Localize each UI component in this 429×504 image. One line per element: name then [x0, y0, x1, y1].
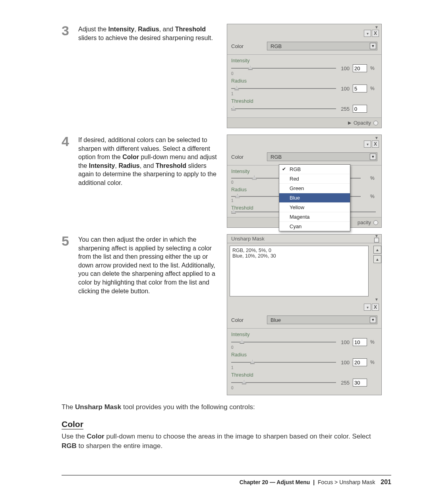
threshold-slider[interactable]	[231, 108, 336, 109]
color-menu-item[interactable]: Magenta	[279, 212, 350, 222]
step-4-text: If desired, additional colors can be sel…	[78, 135, 220, 187]
slider-max: 100	[341, 86, 350, 92]
slider-min: 1	[231, 92, 234, 96]
chevron-down-icon: ▼	[370, 154, 376, 160]
t: The	[62, 403, 75, 411]
color-menu-item[interactable]: Cyan	[279, 222, 350, 231]
footer-chapter: Chapter 20 — Adjust Menu	[240, 479, 310, 485]
intro-text: The Unsharp Mask tool provides you with …	[62, 402, 391, 412]
t: , and	[159, 26, 175, 33]
color-dropdown[interactable]: Blue ▼	[267, 315, 377, 324]
radius-input[interactable]	[353, 358, 367, 366]
slider-min: 1	[231, 365, 234, 370]
move-up-button[interactable]: ▲	[373, 246, 381, 254]
threshold-label: Threshold	[231, 372, 377, 378]
dropdown-icon[interactable]: ▾	[364, 30, 371, 37]
color-label: Color	[231, 154, 263, 160]
close-icon[interactable]: X	[372, 30, 379, 37]
color-menu-item[interactable]: Blue	[279, 193, 350, 203]
radius-slider[interactable]	[231, 88, 336, 89]
delete-icon[interactable]: X	[372, 304, 379, 311]
color-menu-item[interactable]: Red	[279, 174, 350, 184]
color-dropdown[interactable]: RGB ▼	[267, 42, 377, 50]
step-number: 5	[62, 234, 78, 248]
panel-unsharp-mask: Unsharp Mask ▼ RGB, 20%, 5%, 0Blue, 10%,…	[227, 234, 382, 395]
collapse-arrow-icon: ▼	[374, 136, 379, 140]
color-menu-item[interactable]: Yellow	[279, 203, 350, 212]
color-dropdown[interactable]: RGB ▼	[267, 152, 377, 161]
intensity-slider[interactable]	[231, 68, 336, 69]
t: Use the	[62, 433, 87, 440]
list-item[interactable]: Blue, 10%, 20%, 30	[232, 253, 366, 259]
slider-max: 100	[341, 360, 350, 365]
checkbox-icon[interactable]	[374, 238, 379, 242]
footer-page-number: 201	[377, 479, 391, 485]
radius-label: Radius	[231, 352, 377, 358]
t: Intensity	[108, 26, 135, 33]
color-label: Color	[231, 43, 263, 49]
move-down-button[interactable]: ▲	[373, 255, 381, 263]
intensity-input[interactable]	[353, 64, 367, 72]
intensity-label: Intensity	[231, 332, 377, 337]
radius-input[interactable]	[353, 85, 367, 92]
opacity-radio[interactable]	[373, 220, 378, 225]
section-body-color: Use the Color pull-down menu to choose t…	[62, 432, 379, 451]
t: Radius	[138, 26, 159, 33]
dropdown-icon[interactable]: ▾	[364, 304, 371, 311]
chevron-down-icon[interactable]: ▼	[374, 234, 379, 238]
t: Adjust the	[78, 26, 108, 33]
dropdown-icon[interactable]: ▾	[364, 140, 371, 148]
slider-max: 255	[341, 106, 350, 112]
color-dropdown-value: RGB	[271, 154, 282, 160]
color-menu-item[interactable]: RGB	[279, 165, 350, 174]
t: tool provides you with the following con…	[121, 403, 255, 411]
unit: %	[370, 86, 377, 91]
list-item[interactable]: RGB, 20%, 5%, 0	[232, 248, 366, 253]
t: ,	[134, 26, 138, 33]
threshold-input[interactable]	[353, 105, 367, 113]
radius-slider[interactable]	[231, 362, 336, 363]
t: Color	[122, 154, 139, 160]
unit: %	[370, 360, 377, 365]
intensity-input[interactable]	[353, 338, 367, 346]
sharpen-list[interactable]: RGB, 20%, 5%, 0Blue, 10%, 20%, 30	[230, 246, 369, 296]
t: RGB	[62, 442, 77, 450]
step-5-text: You can then adjust the order in which t…	[78, 234, 220, 295]
unit: %	[370, 194, 377, 199]
slider-max: 255	[341, 380, 350, 386]
color-menu-item[interactable]: Green	[279, 184, 350, 193]
t: Threshold	[156, 162, 186, 169]
intensity-slider[interactable]	[231, 342, 336, 342]
footer-separator: |	[311, 479, 316, 485]
t: Unsharp Mask	[75, 403, 121, 411]
slider-max: 100	[341, 65, 350, 71]
slider-min: 0	[231, 71, 234, 76]
footer-breadcrumb: Focus > Unsharp Mask	[318, 479, 375, 485]
step-number: 3	[62, 24, 78, 37]
threshold-input[interactable]	[353, 379, 367, 387]
t: , and	[140, 162, 156, 169]
step-number: 4	[62, 135, 78, 148]
slider-max	[365, 193, 367, 199]
color-dropdown-value: RGB	[271, 43, 282, 49]
t: to sharpen the entire image.	[77, 442, 162, 450]
opacity-radio[interactable]	[373, 121, 378, 125]
chevron-down-icon: ▼	[370, 43, 376, 49]
color-dropdown-value: Blue	[271, 317, 281, 323]
slider-max	[365, 175, 367, 181]
unit: %	[370, 175, 377, 181]
close-icon[interactable]: X	[372, 140, 379, 148]
unit: %	[370, 65, 377, 71]
threshold-label: Threshold	[231, 98, 377, 104]
t: Intensity	[89, 162, 115, 169]
opacity-label: pacity	[358, 219, 371, 225]
threshold-slider[interactable]	[231, 382, 336, 383]
t: sliders to achieve the desired sharpenin…	[78, 35, 213, 41]
panel-color-menu: ▼ ▾ X Color RGB ▼ Intensity	[227, 135, 382, 228]
t: Color	[87, 433, 104, 440]
panel-sharpen-settings: ▼ ▾ X Color RGB ▼ Intensity	[227, 24, 382, 128]
chevron-down-icon: ▼	[370, 317, 376, 323]
play-icon: ▶	[348, 120, 351, 125]
color-dropdown-menu[interactable]: RGBRedGreenBlueYellowMagentaCyan	[279, 164, 350, 231]
panel-title: Unsharp Mask	[231, 236, 265, 242]
